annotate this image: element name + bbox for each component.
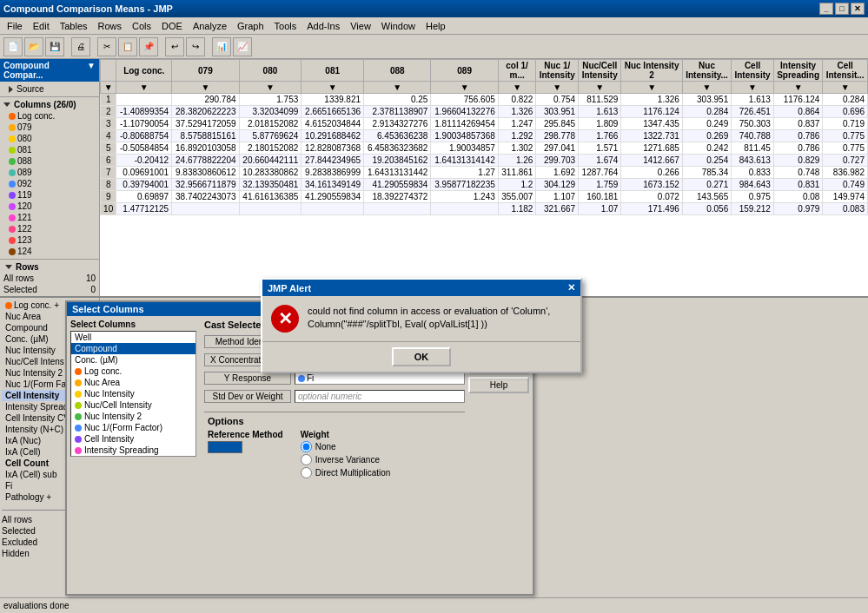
columns-list-box[interactable]: Well Compound Conc. (µM) Log conc. Nuc A… (70, 331, 196, 457)
menu-graph[interactable]: Graph (232, 19, 269, 33)
radio-direct-input[interactable] (301, 467, 312, 478)
menu-doe[interactable]: DOE (156, 19, 188, 33)
col-092[interactable]: 092 (2, 178, 97, 189)
col-119[interactable]: 119 (2, 189, 97, 201)
col-header-col1m[interactable]: col 1/m... (498, 60, 536, 82)
close-button[interactable]: ✕ (851, 3, 865, 15)
rows-selected: Selected 0 (3, 284, 96, 295)
role-y-response-btn[interactable]: Y Response (204, 372, 291, 385)
menu-edit[interactable]: Edit (28, 19, 55, 33)
radio-inverse-input[interactable] (301, 454, 312, 465)
col-header2-cid: ▼ (823, 82, 868, 94)
toolbar-open[interactable]: 📂 (24, 37, 43, 56)
menu-view[interactable]: View (345, 19, 376, 33)
menu-analyze[interactable]: Analyze (188, 19, 232, 33)
toolbar-new[interactable]: 📄 (3, 37, 23, 56)
col-header-logconc[interactable]: Log conc. (116, 60, 172, 82)
col-120[interactable]: 120 (2, 201, 97, 212)
columns-panel-title: Select Columns (70, 320, 201, 329)
window-controls[interactable]: _ □ ✕ (819, 3, 865, 15)
toolbar-cut[interactable]: ✂ (97, 37, 116, 56)
alert-ok-button[interactable]: OK (392, 347, 452, 366)
col-089[interactable]: 089 (2, 167, 97, 178)
col-list-compound[interactable]: Compound (71, 343, 195, 354)
toolbar-undo[interactable]: ↩ (165, 37, 184, 56)
toolbar-graph[interactable]: 📈 (233, 37, 252, 56)
col-list-conc[interactable]: Conc. (µM) (71, 354, 195, 366)
ref-method-col: Reference Method (208, 430, 283, 453)
role-y-response: Y Response Fi (204, 372, 465, 385)
weight-label: Weight (301, 430, 391, 439)
menu-addins[interactable]: Add-Ins (301, 19, 345, 33)
col-122[interactable]: 122 (2, 223, 97, 234)
col-list-logconc[interactable]: Log conc. (71, 366, 195, 377)
menu-window[interactable]: Window (376, 19, 421, 33)
col-header-079[interactable]: 079 (172, 60, 239, 82)
menu-file[interactable]: File (2, 19, 28, 33)
menu-rows[interactable]: Rows (93, 19, 128, 33)
ref-method-color-box[interactable] (208, 441, 242, 453)
col-header-nucintensitydot[interactable]: NucIntensity... (682, 60, 731, 82)
col-header-080[interactable]: 080 (239, 60, 301, 82)
col-121[interactable]: 121 (2, 212, 97, 223)
col-list-nuccell[interactable]: Nuc/Cell Intensity (71, 399, 195, 411)
col-header2-is: ▼ (773, 82, 823, 94)
radio-none-label: None (315, 442, 336, 452)
toolbar-save[interactable]: 💾 (45, 37, 64, 56)
col-124[interactable]: 124 (2, 246, 97, 257)
maximize-button[interactable]: □ (835, 3, 849, 15)
options-section: Options Reference Method Weight None (204, 412, 465, 482)
menu-help[interactable]: Help (421, 19, 451, 33)
col-header2-rownum: ▼ (101, 82, 116, 94)
col-header-081[interactable]: 081 (301, 60, 364, 82)
toolbar-paste[interactable]: 📌 (139, 37, 158, 56)
table-row: 2 -1.40899354 28.3820622223 3.32034099 2… (101, 106, 868, 118)
col-header-088[interactable]: 088 (364, 60, 431, 82)
menu-cols[interactable]: Cols (127, 19, 156, 33)
alert-dialog: JMP Alert ✕ ✕ could not find column in a… (261, 278, 582, 373)
table-row: 10 1.47712125 1.182 321.667 1.07 171.496… (101, 203, 868, 215)
alert-footer: OK (262, 341, 580, 372)
role-stddev-value[interactable]: optional numeric (295, 390, 465, 403)
source-item[interactable]: Source (2, 83, 97, 95)
col-list-intspreading[interactable]: Intensity Spreading (71, 445, 195, 456)
col-088[interactable]: 088 (2, 155, 97, 167)
col-header-nucintensity2[interactable]: Nuc Intensity2 (621, 60, 683, 82)
minimize-button[interactable]: _ (819, 3, 833, 15)
alert-close-icon[interactable]: ✕ (567, 282, 575, 293)
columns-panel: Select Columns Well Compound Conc. (µM) … (70, 320, 201, 585)
col-list-cellintensity[interactable]: Cell Intensity (71, 433, 195, 445)
columns-list: Log conc. 079 080 081 088 (2, 110, 97, 257)
columns-title[interactable]: Columns (26/0) (2, 99, 97, 110)
col-list-nucintensity[interactable]: Nuc Intensity (71, 388, 195, 399)
role-y-response-value[interactable]: Fi (295, 372, 465, 385)
col-079[interactable]: 079 (2, 122, 97, 133)
menu-tools[interactable]: Tools (269, 19, 302, 33)
radio-none-input[interactable] (301, 441, 312, 452)
col-081[interactable]: 081 (2, 144, 97, 155)
toolbar-print[interactable]: 🖨 (71, 37, 90, 56)
col-list-nucarea[interactable]: Nuc Area (71, 377, 195, 388)
col-123[interactable]: 123 (2, 234, 97, 246)
menu-tables[interactable]: Tables (55, 19, 93, 33)
toolbar-copy[interactable]: 📋 (118, 37, 137, 56)
table-header-row: Log conc. 079 080 081 088 089 col 1/m...… (101, 60, 868, 82)
col-header-intensityspreading[interactable]: IntensitySpreading (773, 60, 823, 82)
col-080[interactable]: 080 (2, 133, 97, 144)
toolbar-redo[interactable]: ↪ (186, 37, 205, 56)
col-header-nuccellintensity[interactable]: Nuc/CellIntensity (579, 60, 621, 82)
col-logconc[interactable]: Log conc. (2, 110, 97, 122)
help-button[interactable]: Help (468, 377, 529, 393)
role-stddev-btn[interactable]: Std Dev or Weight (204, 390, 291, 403)
col-header-nuc1intensity[interactable]: Nuc 1/Intensity (536, 60, 579, 82)
toolbar-analyze[interactable]: 📊 (212, 37, 231, 56)
col-header-089[interactable]: 089 (431, 60, 498, 82)
source-section: Source (0, 82, 99, 97)
col-list-nuc2[interactable]: Nuc Intensity 2 (71, 411, 195, 422)
col-header-cellintensity[interactable]: CellIntensity (732, 60, 774, 82)
col-header-cellintensitydot[interactable]: CellIntensit... (823, 60, 868, 82)
col-list-well[interactable]: Well (71, 332, 195, 343)
col-list-nucform[interactable]: Nuc 1/(Form Factor) (71, 422, 195, 433)
table-row: 8 0.39794001 32.9566711879 32.139350481 … (101, 179, 868, 191)
rows-all: All rows 10 (3, 273, 96, 284)
